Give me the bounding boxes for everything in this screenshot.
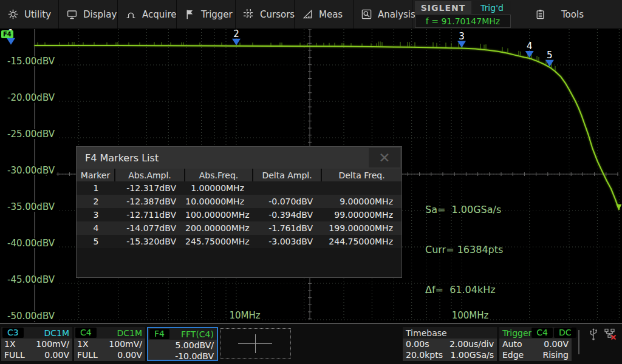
table-header-row: MarkerAbs.Ampl.Abs.Freq.Delta Ampl.Delta… (77, 169, 402, 181)
math-function: FFT(C4) (181, 329, 214, 339)
table-cell: 1 (77, 181, 115, 195)
y-tick-label: -20.00dBV (7, 93, 56, 103)
gear-icon (8, 9, 18, 19)
timebase-box[interactable]: Timebase 0.00s2.00us/div 20.0kpts1.00GSa… (403, 327, 497, 361)
table-cell: 10.00000MHz (185, 195, 253, 208)
table-cell: 5 (77, 235, 115, 248)
timebase-delay: 0.00s (406, 339, 429, 349)
dialog-title: F4 Markers List (85, 152, 159, 164)
lan-disconnected-icon (604, 328, 617, 341)
marker-table-row[interactable]: 2-12.387dBV10.00000MHz-0.070dBV9.00000MH… (77, 195, 402, 208)
math-f4-box[interactable]: F4FFT(C4) 5.00dBV/ -10.0dBV (147, 327, 218, 361)
trigger-source: C4 (531, 328, 553, 338)
offset: 0.00V (117, 350, 142, 360)
column-header: Delta Ampl. (253, 169, 321, 181)
delta-f-readout: Δf= 61.04kHz (425, 283, 514, 297)
add-trace-button[interactable] (220, 328, 291, 359)
volts-per-div: 100mV/ (109, 339, 142, 349)
markers-table: MarkerAbs.Ampl.Abs.Freq.Delta Ampl.Delta… (77, 169, 402, 248)
table-cell: 200.00000MHz (185, 221, 253, 235)
menubar: Utility Display Acquire Trigger Cursors … (0, 0, 622, 29)
sample-rate-readout: Sa= 1.00GSa/s (425, 203, 514, 217)
column-header: Abs.Freq. (185, 169, 253, 181)
table-cell: 3 (77, 208, 115, 221)
menu-label: Acquire (142, 9, 177, 20)
channel-c4-box[interactable]: C4DC1M 1X100mV/ FULL0.00V (74, 327, 145, 361)
trigger-mode: Auto (502, 339, 522, 349)
marker-table-row[interactable]: 4-14.077dBV200.00000MHz-1.761dBV199.0000… (77, 221, 402, 235)
clipboard-icon (535, 9, 545, 19)
offset: 0.00V (44, 350, 69, 360)
y-tick-label: -45.00dBV (7, 275, 56, 285)
brand-block: SIGLENT Trig'd f = 91.70147MHz (415, 1, 511, 28)
math-id: F4 (149, 329, 169, 339)
table-cell: 100.00000MHz (185, 208, 253, 221)
attenuation: 1X (4, 339, 16, 349)
y-tick-label: -30.00dBV (7, 166, 56, 175)
menu-analysis[interactable]: Analysis (354, 0, 412, 29)
table-cell: 2 (77, 195, 115, 208)
bottom-status-bar: C3DC1M 1X100mV/ FULL0.00V C4DC1M 1X100mV… (0, 323, 622, 364)
table-cell: -14.077dBV (115, 221, 185, 235)
attenuation: 1X (77, 339, 89, 349)
table-cell: -12.387dBV (115, 195, 185, 208)
trigger-box[interactable]: Trigger C4DC Auto0.00V EdgeRising (499, 327, 572, 361)
magnifier-icon (361, 9, 372, 19)
statusbar-divider (578, 330, 579, 354)
y-tick-label: -50.00dBV (7, 311, 56, 321)
channel-c3-box[interactable]: C3DC1M 1X100mV/ FULL0.00V (1, 327, 72, 361)
table-cell: -0.394dBV (253, 208, 321, 221)
table-cell: 245.75000MHz (185, 235, 253, 248)
trace-markers: 12345 (7, 28, 554, 67)
coupling: DC1M (117, 328, 142, 338)
display-icon (67, 9, 77, 19)
table-cell: 1.00000MHz (185, 181, 253, 195)
marker-table-row[interactable]: 1-12.317dBV1.00000MHz (77, 181, 402, 195)
menu-cursors[interactable]: Cursors (236, 0, 295, 29)
timebase-title: Timebase (406, 328, 447, 338)
table-cell (321, 181, 402, 195)
trigger-status: Trig'd (473, 1, 511, 14)
marker-table-row[interactable]: 5-15.320dBV245.75000MHz-3.003dBV244.7500… (77, 235, 402, 248)
plus-icon (255, 334, 256, 353)
menu-acquire[interactable]: Acquire (118, 0, 177, 29)
dialog-titlebar[interactable]: F4 Markers List ✕ (77, 147, 402, 169)
x-tick-label: 10MHz (228, 311, 261, 321)
table-cell: -12.317dBV (115, 181, 185, 195)
marker-number: 4 (527, 41, 533, 52)
marker-table-row[interactable]: 3-12.711dBV100.00000MHz-0.394dBV99.00000… (77, 208, 402, 221)
trigger-slope: Rising (542, 350, 569, 360)
table-cell: -15.320dBV (115, 235, 185, 248)
math-offset: -10.0dBV (175, 351, 214, 361)
acquire-icon (126, 9, 136, 19)
channel-id: C3 (2, 328, 24, 338)
acquired-points: 20.0kpts (406, 350, 443, 360)
column-header: Delta Freq. (321, 169, 402, 181)
y-tick-label: -35.00dBV (7, 202, 56, 212)
ruler-icon (302, 9, 313, 19)
menu-utility[interactable]: Utility (0, 0, 59, 29)
siglent-logo: SIGLENT (415, 1, 471, 14)
table-cell: -3.003dBV (253, 235, 321, 248)
table-cell: 9.00000MHz (321, 195, 402, 208)
sample-rate: 1.00GSa/s (451, 350, 494, 360)
table-cell: 244.75000MHz (321, 235, 402, 248)
menu-trigger[interactable]: Trigger (177, 0, 236, 29)
close-button[interactable]: ✕ (369, 148, 400, 167)
flag-icon (185, 9, 195, 19)
bandwidth: FULL (4, 350, 25, 360)
marker-number: 5 (547, 50, 553, 61)
menu-label: Analysis (378, 9, 415, 20)
table-cell (253, 181, 321, 195)
marker-flag (525, 51, 534, 58)
table-cell: 99.00000MHz (321, 208, 402, 221)
f4-trace-badge: F4 (1, 30, 13, 38)
menu-display[interactable]: Display (59, 0, 118, 29)
menu-tools[interactable]: Tools (511, 0, 622, 29)
timebase-scale: 2.00us/div (449, 339, 494, 349)
menu-meas[interactable]: Meas (295, 0, 354, 29)
marker-number: 3 (459, 31, 465, 42)
y-tick-label: -25.00dBV (7, 129, 56, 139)
frequency-counter: f = 91.70147MHz (415, 15, 511, 28)
column-header: Marker (77, 169, 115, 181)
